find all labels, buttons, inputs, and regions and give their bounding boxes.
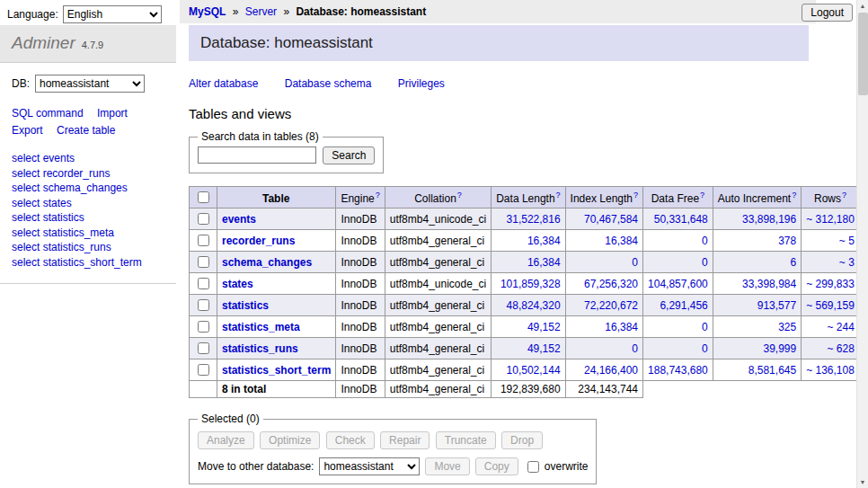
index-length-link[interactable]: 0 — [632, 342, 638, 355]
optimize-button[interactable]: Optimize — [260, 431, 320, 449]
index-length-link[interactable]: 67,256,320 — [584, 278, 638, 290]
row-checkbox[interactable] — [198, 364, 209, 376]
move-database-select[interactable]: homeassistant — [319, 457, 420, 475]
analyze-button[interactable]: Analyze — [198, 431, 254, 449]
data-free-link[interactable]: 0 — [702, 235, 708, 247]
data-length-link[interactable]: 10,502,144 — [507, 364, 561, 377]
help-link[interactable]: ? — [792, 191, 796, 200]
rows-link[interactable]: ~ 628 — [828, 342, 855, 355]
data-length-link[interactable]: 49,152 — [527, 321, 561, 333]
sidebar-create-table-link[interactable]: Create table — [57, 124, 115, 137]
sidebar-item-statistics[interactable]: select statistics — [12, 210, 164, 226]
index-length-link[interactable]: 72,220,672 — [584, 299, 638, 312]
table-link[interactable]: schema_changes — [222, 256, 312, 269]
sidebar-item-states[interactable]: select states — [12, 196, 164, 211]
data-free-link[interactable]: 50,331,648 — [654, 213, 708, 226]
select-all-checkbox[interactable] — [198, 191, 209, 203]
db-select[interactable]: homeassistant — [35, 75, 145, 93]
data-free-link[interactable]: 6,291,456 — [660, 299, 707, 312]
help-link[interactable]: ? — [556, 191, 561, 200]
check-button[interactable]: Check — [326, 431, 375, 449]
row-checkbox[interactable] — [198, 256, 209, 268]
sidebar-export-link[interactable]: Export — [12, 124, 43, 137]
index-length-link[interactable]: 70,467,584 — [584, 213, 638, 226]
data-length-link[interactable]: 101,859,328 — [500, 278, 561, 290]
row-checkbox[interactable] — [198, 342, 209, 354]
data-free-link[interactable]: 104,857,600 — [648, 278, 708, 290]
rows-link[interactable]: ~ 299,833 — [806, 278, 855, 290]
database-schema-link[interactable]: Database schema — [285, 77, 372, 90]
auto-increment-link[interactable]: 33,398,984 — [742, 278, 796, 290]
row-checkbox[interactable] — [198, 278, 209, 289]
data-free-link[interactable]: 0 — [702, 342, 708, 355]
sidebar-item-events[interactable]: select events — [12, 151, 164, 166]
data-length-link[interactable]: 49,152 — [527, 342, 561, 355]
auto-increment-link[interactable]: 8,581,645 — [748, 364, 796, 377]
index-length-link[interactable]: 0 — [632, 256, 638, 269]
auto-increment-link[interactable]: 913,577 — [757, 299, 796, 312]
rows-link[interactable]: ~ 5 — [839, 235, 855, 247]
logout-button[interactable]: Logout — [802, 4, 853, 22]
data-free-link[interactable]: 0 — [702, 256, 708, 269]
data-length-link[interactable]: 16,384 — [527, 256, 561, 269]
copy-button[interactable]: Copy — [475, 457, 518, 475]
auto-increment-link[interactable]: 6 — [790, 256, 796, 269]
sidebar-item-statistics-short-term[interactable]: select statistics_short_term — [12, 255, 164, 271]
sidebar-sql-command-link[interactable]: SQL command — [12, 107, 84, 120]
sidebar-item-statistics-runs[interactable]: select statistics_runs — [12, 240, 164, 255]
alter-database-link[interactable]: Alter database — [189, 77, 258, 90]
table-link[interactable]: recorder_runs — [222, 235, 295, 247]
table-link[interactable]: states — [222, 278, 253, 290]
rows-link[interactable]: ~ 136,108 — [806, 364, 855, 377]
table-link[interactable]: statistics_short_term — [222, 364, 331, 377]
help-link[interactable]: ? — [376, 191, 380, 200]
data-free-link[interactable]: 0 — [702, 321, 708, 333]
data-length-link[interactable]: 31,522,816 — [507, 213, 561, 226]
row-checkbox[interactable] — [198, 235, 209, 246]
auto-increment-link[interactable]: 378 — [778, 235, 796, 247]
rows-link[interactable]: ~ 569,159 — [806, 299, 855, 312]
truncate-button[interactable]: Truncate — [436, 431, 496, 449]
index-length-link[interactable]: 24,166,400 — [584, 364, 638, 377]
table-link[interactable]: statistics_meta — [222, 321, 300, 333]
vertical-scrollbar[interactable]: ▲ ▼ — [856, 0, 868, 488]
sidebar-item-recorder-runs[interactable]: select recorder_runs — [12, 166, 164, 182]
help-link[interactable]: ? — [457, 191, 462, 200]
index-length-link[interactable]: 16,384 — [605, 235, 638, 247]
data-free-link[interactable]: 188,743,680 — [648, 364, 708, 377]
rows-link[interactable]: ~ 3 — [839, 256, 855, 269]
language-select[interactable]: English — [63, 5, 162, 23]
table-link[interactable]: statistics — [222, 299, 269, 312]
privileges-link[interactable]: Privileges — [398, 77, 445, 90]
row-checkbox[interactable] — [198, 321, 209, 333]
scroll-up-icon[interactable]: ▲ — [857, 0, 868, 12]
sidebar-import-link[interactable]: Import — [97, 107, 128, 120]
table-link[interactable]: events — [222, 213, 256, 226]
scrollbar-thumb[interactable] — [858, 13, 868, 95]
help-link[interactable]: ? — [700, 191, 704, 200]
overwrite-checkbox[interactable] — [527, 461, 539, 473]
move-button[interactable]: Move — [425, 457, 469, 475]
row-checkbox[interactable] — [198, 299, 209, 311]
data-length-link[interactable]: 48,824,320 — [507, 299, 561, 312]
auto-increment-link[interactable]: 33,898,196 — [742, 213, 796, 226]
auto-increment-link[interactable]: 325 — [778, 321, 796, 333]
search-input[interactable] — [198, 146, 316, 164]
rows-link[interactable]: ~ 244 — [828, 321, 855, 333]
table-link[interactable]: statistics_runs — [222, 342, 298, 355]
sidebar-item-statistics-meta[interactable]: select statistics_meta — [12, 226, 164, 241]
drop-button[interactable]: Drop — [501, 431, 543, 449]
breadcrumb-mysql-link[interactable]: MySQL — [189, 5, 226, 18]
search-button[interactable]: Search — [323, 146, 375, 164]
sidebar-item-schema-changes[interactable]: select schema_changes — [12, 181, 164, 196]
help-link[interactable]: ? — [633, 191, 638, 200]
index-length-link[interactable]: 16,384 — [605, 321, 638, 333]
rows-link[interactable]: ~ 312,180 — [806, 213, 855, 226]
row-checkbox[interactable] — [198, 213, 209, 225]
auto-increment-link[interactable]: 39,999 — [763, 342, 796, 355]
breadcrumb-server-link[interactable]: Server — [245, 5, 277, 18]
data-length-link[interactable]: 16,384 — [527, 235, 561, 247]
repair-button[interactable]: Repair — [380, 431, 430, 449]
scroll-down-icon[interactable]: ▼ — [857, 476, 868, 488]
help-link[interactable]: ? — [842, 191, 846, 200]
